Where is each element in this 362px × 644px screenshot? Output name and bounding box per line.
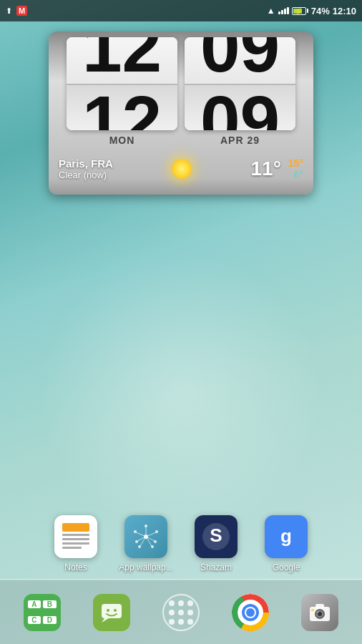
abc-cell-b: B [43,600,57,608]
notes-icon-inner [58,519,94,555]
hour-card: 12 12 [67,37,177,130]
signal-bar-2 [281,10,283,14]
signal-bar-1 [278,11,280,14]
temp-current: 11° [250,157,280,180]
svg-point-10 [154,540,157,543]
signal-bar-3 [284,9,286,14]
day-label: MON [67,135,177,146]
notes-header [62,523,89,532]
chrome-app[interactable] [225,587,275,638]
abc-cell-d: D [43,616,57,624]
sun-icon [165,152,199,186]
status-time: 12:10 [333,6,356,16]
svg-marker-19 [102,618,109,623]
dot-1 [169,600,175,606]
svg-text:S: S [210,525,222,546]
notes-label: Notes [64,562,87,572]
chrome-svg [232,594,269,631]
svg-point-34 [318,611,319,613]
google-label: Google [273,562,300,572]
signal-bars [278,7,289,14]
notes-line-1 [62,534,89,536]
notes-icon [54,515,97,558]
svg-text:g: g [280,525,292,547]
battery-percent: 74% [311,6,330,16]
messenger-icon [93,594,130,631]
abc-icon: A B C D [24,594,61,631]
dot-3 [187,600,193,606]
wallpaper-app[interactable]: App wallpap... [117,515,175,572]
messenger-svg [99,600,124,625]
dot-4 [169,610,175,615]
svg-rect-30 [315,604,324,609]
svg-point-14 [151,545,154,548]
svg-rect-35 [311,609,314,611]
dot-2 [178,600,184,606]
hour-top: 12 [67,37,177,84]
svg-point-20 [107,609,109,612]
google-svg: g [273,523,300,550]
chrome-icon [232,594,269,631]
abc-app[interactable]: A B C D [17,587,67,638]
abc-cell-c: C [28,616,41,624]
camera-app[interactable] [295,587,345,638]
shazam-label: Shazam [200,562,232,572]
camera-icon [301,594,338,631]
sun-core [172,159,192,179]
dandelion-decoration [38,250,324,537]
shazam-icon: S [195,515,238,558]
google-icon: g [265,515,308,558]
battery-bolt-icon: ⚡ [295,8,303,16]
wallpaper-label: App wallpap... [119,562,172,572]
minute-display-bottom: 09 [200,85,280,130]
camera-svg [307,600,333,625]
app-row: Notes App wallpap... [0,515,362,572]
apps-icon [162,594,200,631]
minute-card: 09 09 [185,37,295,130]
dot-5 [178,610,184,615]
weather-location: Paris, FRA Clear (now) [59,157,113,180]
shazam-app[interactable]: S Shazam [187,515,245,572]
notes-line-2 [62,538,89,540]
clock-widget[interactable]: 12 12 09 09 MON APR 29 Paris, FRA Clear … [49,31,313,195]
status-left-icons: ⬆ M [6,6,27,16]
weather-icon-area [165,152,199,186]
gmail-icon: M [16,6,27,16]
minute-display: 09 [200,37,280,82]
abc-cell-a: A [28,600,41,608]
status-right-icons: ▲ ⚡ 74% 12:10 [267,6,356,16]
messenger-app[interactable] [87,587,137,638]
svg-point-6 [155,530,158,533]
svg-line-3 [136,532,146,537]
signal-bar-4 [287,7,289,14]
apps-dots-grid [163,595,199,630]
battery-tip [307,9,308,13]
google-app[interactable]: g Google [258,515,315,572]
shazam-svg: S [202,522,230,551]
hour-display: 12 [82,37,162,82]
wifi-icon: ▲ [267,6,275,16]
svg-point-8 [135,540,138,543]
apps-drawer[interactable] [156,587,206,638]
clock-date-row: MON APR 29 [56,135,306,146]
hour-bottom: 12 [67,84,177,130]
status-bar: ⬆ M ▲ ⚡ 74% 12:10 [0,0,362,21]
svg-point-28 [246,608,255,617]
battery-body: ⚡ [292,7,306,15]
svg-point-2 [145,525,147,527]
dot-7 [169,619,175,625]
wallpaper-svg [132,522,160,551]
weather-city: Paris, FRA [59,157,113,170]
notes-app[interactable]: Notes [47,515,104,572]
minute-top: 09 [185,37,295,84]
dot-8 [178,619,184,625]
dot-6 [187,610,193,615]
weather-temps: 11° 15° 6° [250,157,303,180]
wallpaper-icon [124,515,167,558]
svg-point-4 [134,530,137,533]
minute-bottom: 09 [185,84,295,130]
dot-9 [187,619,193,625]
svg-line-5 [146,532,156,537]
svg-point-21 [114,609,117,612]
weather-row[interactable]: Paris, FRA Clear (now) 11° 15° 6° [56,152,306,186]
